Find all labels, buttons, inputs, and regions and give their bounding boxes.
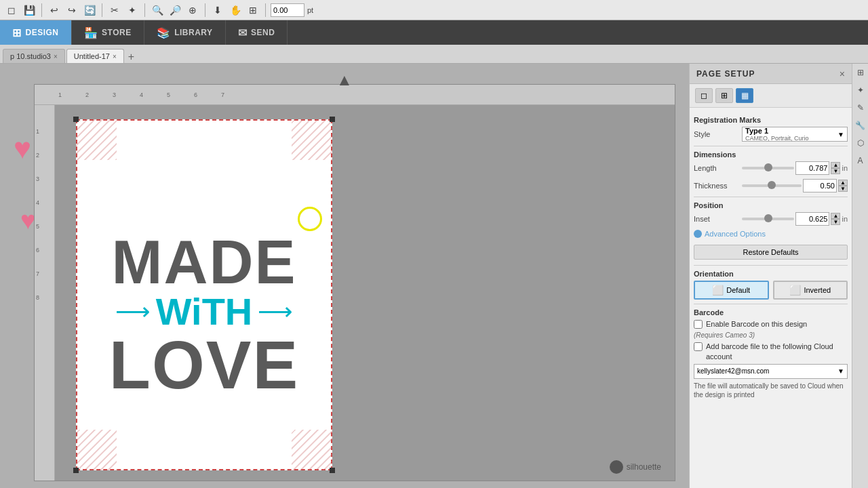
- corner-handle-tl[interactable]: [73, 117, 79, 122]
- orientation-default-button[interactable]: ⬜ Default: [694, 281, 769, 300]
- enable-barcode-row: Enable Barcode on this design: [694, 319, 848, 329]
- scroll-up-arrow[interactable]: ▲: [336, 70, 353, 89]
- position-label: Position: [694, 201, 848, 209]
- thickness-value[interactable]: 0.50: [803, 179, 837, 192]
- inset-slider[interactable]: [742, 218, 794, 220]
- enable-barcode-label: Enable Barcode on this design: [706, 319, 807, 329]
- length-value[interactable]: 0.787: [795, 161, 829, 175]
- length-slider-thumb[interactable]: [764, 163, 772, 171]
- orientation-inverted-label: Inverted: [804, 286, 831, 294]
- save-icon[interactable]: 💾: [22, 3, 37, 18]
- length-down[interactable]: ▼: [831, 168, 840, 174]
- inset-down[interactable]: ▼: [831, 219, 840, 225]
- length-slider[interactable]: [742, 167, 794, 169]
- corner-handle-bl: [73, 468, 79, 473]
- panel-tab-style[interactable]: ▦: [736, 88, 753, 103]
- redo-icon[interactable]: ↪: [64, 3, 79, 18]
- watermark-text: silhouette: [627, 462, 661, 472]
- hatch-tr: [292, 119, 332, 160]
- zoom-out-icon[interactable]: 🔎: [167, 3, 182, 18]
- inset-row: Inset 0.625 ▲ ▼ in: [694, 212, 848, 226]
- style-label: Style: [694, 130, 738, 138]
- width-input[interactable]: 0.00: [271, 3, 304, 17]
- advanced-options-row[interactable]: Advanced Options: [694, 230, 848, 238]
- zoom-fit-icon[interactable]: ⊕: [185, 3, 200, 18]
- panel-close-button[interactable]: ×: [840, 68, 845, 79]
- store-icon: 🏪: [84, 26, 98, 39]
- nav-library[interactable]: 📚 LIBRARY: [144, 20, 226, 45]
- cloud-account-checkbox[interactable]: [694, 342, 703, 351]
- send-down-icon[interactable]: ⬇: [210, 3, 225, 18]
- zoom-in-icon[interactable]: 🔍: [150, 3, 165, 18]
- arrow-right: ⟶: [258, 298, 293, 326]
- tab-studio3[interactable]: p 10.studio3 ×: [3, 49, 65, 63]
- design-content: MADE ⟶ WiTH ⟶ LOVE: [83, 174, 326, 457]
- thickness-slider[interactable]: [742, 184, 802, 187]
- panel-header: PAGE SETUP ×: [690, 64, 852, 84]
- length-label: Length: [694, 164, 738, 172]
- refresh-icon[interactable]: 🔄: [82, 3, 97, 18]
- orientation-inverted-button[interactable]: ⬜ Inverted: [773, 281, 848, 300]
- thickness-slider-thumb[interactable]: [768, 181, 776, 189]
- strip-icon-3[interactable]: ✎: [854, 102, 867, 114]
- inset-value[interactable]: 0.625: [795, 212, 829, 226]
- nav-store[interactable]: 🏪 STORE: [72, 20, 144, 45]
- strip-icon-2[interactable]: ✦: [854, 84, 867, 96]
- style-subtitle: CAMEO, Portrait, Curio: [745, 135, 809, 142]
- main-area: ▲ ♥ ♥ ♥ 1 2 3 4 5 6: [0, 64, 868, 488]
- divider-1: [694, 146, 848, 146]
- effects-icon[interactable]: ✦: [125, 3, 140, 18]
- made-text: MADE: [112, 232, 297, 293]
- pan-icon[interactable]: ✋: [228, 3, 243, 18]
- thickness-up[interactable]: ▲: [838, 180, 848, 186]
- nav-send-label: SEND: [251, 28, 275, 37]
- orientation-default-label: Default: [726, 286, 750, 294]
- default-orient-icon: ⬜: [712, 285, 724, 296]
- thickness-spinners: ▲ ▼: [838, 180, 848, 192]
- silhouette-logo: [610, 460, 623, 474]
- tab-untitled17-close[interactable]: ×: [113, 53, 117, 60]
- add-point-icon[interactable]: ⊞: [245, 3, 260, 18]
- hatch-tl: [76, 119, 117, 160]
- nav-send[interactable]: ✉ SEND: [226, 20, 288, 45]
- sep2: [102, 3, 102, 17]
- ruler-mark: 7: [221, 92, 248, 98]
- tab-studio3-close[interactable]: ×: [54, 53, 58, 60]
- ruler-mark: 1: [58, 92, 85, 98]
- orientation-row: ⬜ Default ⬜ Inverted: [694, 281, 848, 300]
- send-icon: ✉: [238, 26, 248, 39]
- corner-handle-tr: [330, 117, 335, 122]
- panel-tab-single[interactable]: ◻: [695, 88, 713, 103]
- cloud-email-row[interactable]: kellyslater42@msn.com ▼: [694, 364, 848, 379]
- panel-content: Registration Marks Style Type 1 CAMEO, P…: [690, 108, 852, 488]
- tab-add-button[interactable]: +: [125, 51, 137, 63]
- width-unit: pt: [307, 6, 313, 14]
- strip-icon-1[interactable]: ⊞: [854, 66, 867, 79]
- new-icon[interactable]: ◻: [4, 3, 19, 18]
- cloud-email-value: kellyslater42@msn.com: [697, 367, 769, 375]
- inset-spinners: ▲ ▼: [831, 213, 840, 225]
- enable-barcode-checkbox[interactable]: [694, 320, 703, 329]
- restore-defaults-button[interactable]: Restore Defaults: [694, 245, 848, 260]
- undo-icon[interactable]: ↩: [47, 3, 62, 18]
- length-up[interactable]: ▲: [831, 162, 840, 168]
- inset-slider-thumb[interactable]: [764, 214, 772, 222]
- inset-up[interactable]: ▲: [831, 213, 840, 219]
- strip-icon-5[interactable]: ⬡: [854, 137, 867, 149]
- strip-icon-4[interactable]: 🔧: [854, 119, 867, 131]
- strip-icon-6[interactable]: A: [854, 155, 867, 167]
- nav-design[interactable]: ⊞ DESIGN: [0, 20, 72, 45]
- heart-icon-1: ♥: [14, 131, 31, 165]
- cloud-note: The file will automatically be saved to …: [694, 382, 848, 399]
- tab-untitled17[interactable]: Untitled-17 ×: [66, 49, 124, 63]
- thickness-down[interactable]: ▼: [838, 186, 848, 192]
- style-value: Type 1: [745, 127, 809, 135]
- style-dropdown[interactable]: Type 1 CAMEO, Portrait, Curio ▼: [742, 127, 848, 142]
- library-icon: 📚: [157, 26, 171, 39]
- ruler-mark: 8: [36, 294, 53, 318]
- ruler-mark: 2: [85, 92, 113, 98]
- style-dropdown-arrow: ▼: [837, 131, 844, 138]
- panel-tab-grid[interactable]: ⊞: [715, 88, 733, 103]
- cut-icon[interactable]: ✂: [107, 3, 122, 18]
- canvas-area[interactable]: ▲ ♥ ♥ ♥ 1 2 3 4 5 6: [0, 64, 689, 488]
